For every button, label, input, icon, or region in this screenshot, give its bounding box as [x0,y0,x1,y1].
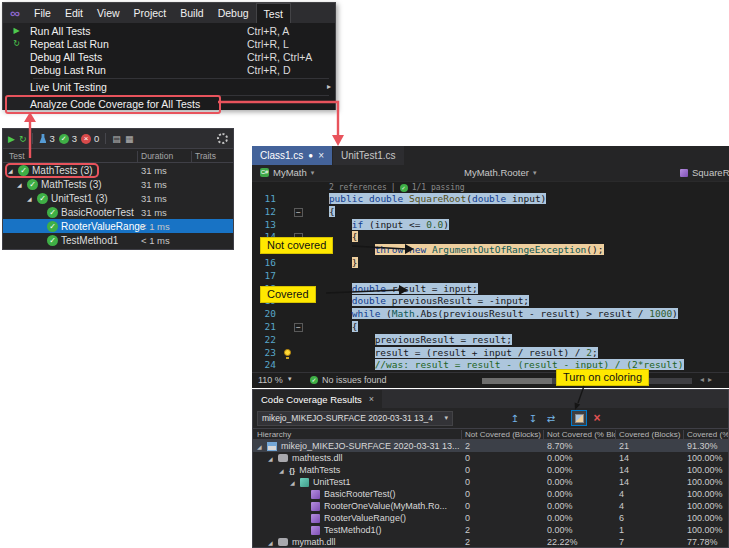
chevron-down-icon[interactable]: ▾ [288,375,292,383]
glyph-margin [282,193,294,206]
test-row[interactable]: ◢✓UnitTest1 (3)31 ms [3,191,233,205]
column-traits[interactable]: Traits [195,151,216,161]
passed-tests-filter[interactable]: ✓3 [59,133,77,144]
collapse-icon[interactable]: − [294,323,303,332]
export-results-icon[interactable]: ↧ [525,410,541,426]
coverage-row[interactable]: ◢mymath.dll222.22%777.78% [253,536,728,548]
references-count[interactable]: 2 references [329,183,387,192]
code-line[interactable]: 21− { [252,321,729,334]
close-icon[interactable]: × [318,150,324,161]
coverage-row[interactable]: BasicRooterTest()00.00%4100.00% [253,488,728,500]
tree-expander-icon[interactable]: ◢ [17,181,26,188]
coverage-value: 2 [465,537,470,547]
coverage-value: 0.00% [547,453,573,463]
coverage-row[interactable]: TestMethod1()20.00%1100.00% [253,524,728,536]
show-coverage-coloring-icon[interactable] [571,410,587,426]
screenshot-canvas: { "menu": { "bar_items": ["File", "Edit"… [0,0,729,548]
menu-item-label: Run All Tests [30,25,91,37]
collapse-icon[interactable]: − [294,208,303,217]
column-duration[interactable]: Duration [141,151,173,161]
column-not-covered-percent[interactable]: Not Covered (% Blocks) [547,430,615,439]
coverage-report-select[interactable]: mikejo_MIKEJO-SURFACE 2020-03-31 13_4 ▾ [257,411,453,426]
merge-results-icon[interactable]: ⇄ [543,410,559,426]
code-line[interactable]: 18 double result = input; [252,283,729,296]
scrollbar-thumb[interactable] [482,378,552,384]
fold-margin: − [294,206,306,219]
column-not-covered-blocks[interactable]: Not Covered (Blocks) [465,430,543,439]
test-row[interactable]: ✓RooterValueRange< 1 ms [3,219,233,233]
project-dropdown[interactable]: C# MyMath ▾ [260,167,314,178]
tree-expander-icon[interactable]: ◢ [27,195,36,202]
test-row[interactable]: ◢✓MathTests (3)31 ms [3,177,233,191]
code-line[interactable]: 19 double previousResult = -input; [252,295,729,308]
tree-expander-icon[interactable]: ◢ [268,455,278,462]
menu-item-label: Debug Last Run [30,64,106,76]
coverage-row[interactable]: RooterValueRange()00.00%6100.00% [253,512,728,524]
tree-expander-icon[interactable]: ◢ [279,467,289,474]
tab-unittest1-cs[interactable]: UnitTest1.cs [333,146,403,165]
coverage-row[interactable]: RooterOneValue(MyMath.Ro...00.00%4100.00… [253,500,728,512]
column-covered-percent[interactable]: Covered (% [687,430,729,439]
hierarchy-view-icon[interactable]: ▦ [125,134,134,144]
column-hierarchy[interactable]: Hierarchy [257,430,457,439]
codelens[interactable]: 2 references | ✓ 1/1 passing [252,182,729,193]
tree-expander-icon[interactable]: ◢ [257,443,267,450]
zoom-control[interactable]: 110 % [258,375,283,385]
column-test[interactable]: Test [9,151,25,161]
coverage-row[interactable]: ◢{}MathTests00.00%14100.00% [253,464,728,476]
code-line[interactable]: 16 } [252,257,729,270]
tab-class1-cs[interactable]: Class1.cs ● × [252,146,332,165]
tree-expander-icon[interactable]: ◢ [290,479,300,486]
remove-results-icon[interactable]: × [589,410,605,426]
run-tests-icon[interactable]: ▶ [8,134,15,144]
code-line[interactable]: 20 while (Math.Abs(previousResult - resu… [252,308,729,321]
coverage-row[interactable]: ◢mathtests.dll00.00%14100.00% [253,452,728,464]
menubar-item-file[interactable]: File [27,3,58,23]
close-icon[interactable]: × [369,394,374,404]
menu-item-run-all-tests[interactable]: ▶Run All TestsCtrl+R, A [3,24,335,37]
token: previousResult = result; [375,334,512,345]
menubar-item-test[interactable]: Test [256,3,291,23]
test-row[interactable]: ✓BasicRooterTest31 ms [3,205,233,219]
menubar-item-project[interactable]: Project [127,3,174,23]
passing-count[interactable]: 1/1 passing [412,183,465,192]
menu-item-repeat-last-run[interactable]: ↻Repeat Last RunCtrl+R, L [3,37,335,50]
code-line[interactable]: 24 //was: result = result - (result - in… [252,359,729,372]
settings-gear-icon[interactable] [217,133,228,144]
code-line[interactable]: 13 if (input <= 0.0) [252,219,729,232]
column-covered-blocks[interactable]: Covered (Blocks) [619,430,683,439]
line-number: 24 [252,359,282,372]
menubar-item-debug[interactable]: Debug [211,3,256,23]
import-results-icon[interactable]: ↥ [507,410,523,426]
total-tests-filter[interactable]: 3 [39,133,54,144]
code-area[interactable]: 2 references | ✓ 1/1 passing 11 public d… [252,182,729,372]
code-text: if (input <= 0.0) [306,219,729,232]
scroll-arrows[interactable]: ◂▸ [700,375,716,384]
tree-expander-icon[interactable]: ◢ [8,167,17,174]
menubar-item-view[interactable]: View [90,3,127,23]
menu-item-analyze-code-coverage-for-all-tests[interactable]: Analyze Code Coverage for All Tests [3,97,335,110]
code-line[interactable]: 11 public double SquareRoot(double input… [252,193,729,206]
menubar-item-build[interactable]: Build [173,3,210,23]
failed-tests-filter[interactable]: ×0 [81,133,99,144]
menubar-item-edit[interactable]: Edit [58,3,90,23]
code-line[interactable]: 23 result = (result + input / result) / … [252,347,729,360]
member-dropdown[interactable]: SquareRoot(double input) [680,167,729,178]
coverage-row[interactable]: ◢UnitTest100.00%14100.00% [253,476,728,488]
test-row[interactable]: ◢✓MathTests (3)31 ms [3,163,233,177]
tab-code-coverage-results[interactable]: Code Coverage Results × [253,390,382,408]
type-dropdown[interactable]: MyMath.Rooter ▾ [464,167,536,178]
tree-expander-icon[interactable]: ◢ [268,539,278,546]
repeat-run-icon[interactable]: ↻ [19,134,27,144]
code-line[interactable]: 22 previousResult = result; [252,334,729,347]
lightbulb-icon[interactable] [284,349,291,356]
group-by-icon[interactable]: ▤ [112,134,121,144]
code-line[interactable]: 17 [252,270,729,283]
coverage-row[interactable]: ◢mikejo_MIKEJO-SURFACE 2020-03-31 13...2… [253,440,728,452]
code-line[interactable]: 12− { [252,206,729,219]
menu-item-debug-last-run[interactable]: Debug Last RunCtrl+R, D [3,63,335,76]
test-row[interactable]: ✓TestMethod1< 1 ms [3,233,233,247]
menu-item-live-unit-testing[interactable]: Live Unit Testing▸ [3,80,335,93]
menu-item-debug-all-tests[interactable]: Debug All TestsCtrl+R, Ctrl+A [3,50,335,63]
issues-indicator[interactable]: ✓ No issues found [310,375,387,385]
